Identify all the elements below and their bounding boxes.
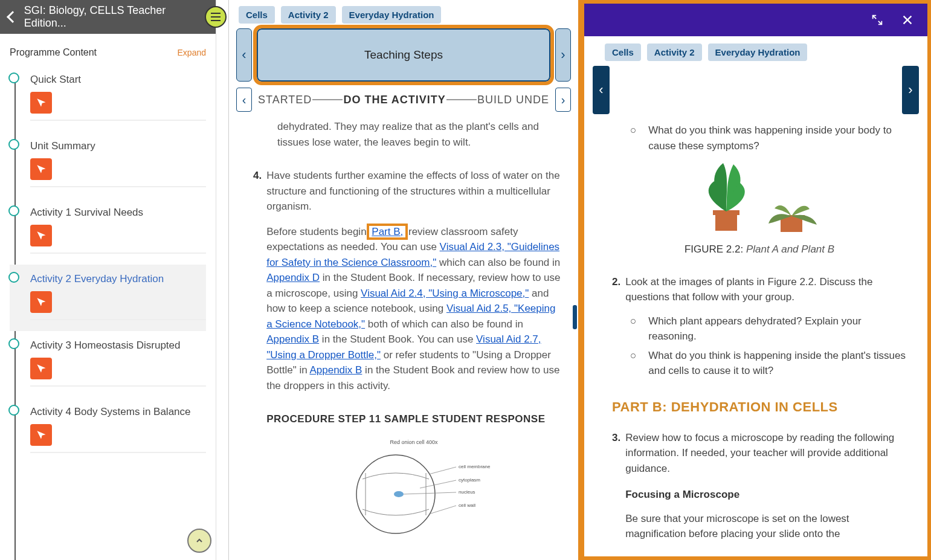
programme-row: Programme Content Expand xyxy=(0,34,216,65)
scroll-up-icon[interactable] xyxy=(187,529,211,553)
phase-row: ‹ STARTED DO THE ACTIVITY BUILD UNDE › xyxy=(229,86,578,113)
question-symptoms: What do you think was happening inside y… xyxy=(630,123,907,153)
middle-content[interactable]: dehydrated. They may realize that as the… xyxy=(229,113,578,560)
cursor-icon[interactable] xyxy=(30,158,52,180)
cursor-icon[interactable] xyxy=(30,225,52,246)
focusing-body: Be sure that your microscope is set on t… xyxy=(625,511,907,542)
teaching-steps-row: ‹ Teaching Steps › xyxy=(229,24,578,86)
cursor-icon[interactable] xyxy=(30,92,52,114)
toc-label: Activity 1 Survival Needs xyxy=(30,207,206,225)
expand-icon[interactable] xyxy=(871,13,884,27)
figure-caption: FIGURE 2.2: Plant A and Plant B xyxy=(612,242,907,257)
programme-label: Programme Content xyxy=(10,47,97,58)
phase-prev-button[interactable]: ‹ xyxy=(236,88,252,112)
svg-text:cell membrane: cell membrane xyxy=(459,464,491,469)
cell-diagram: Red onion cell 400x cell membrane cytopl… xyxy=(266,437,561,539)
svg-rect-10 xyxy=(715,213,737,231)
svg-text:cytoplasm: cytoplasm xyxy=(459,477,480,483)
svg-text:cell wall: cell wall xyxy=(459,503,475,508)
bc-hydration[interactable]: Everyday Hydration xyxy=(342,6,442,24)
toc-item-quickstart[interactable]: Quick Start xyxy=(10,65,206,132)
close-icon[interactable] xyxy=(901,13,914,27)
question-which-plant: Which plant appears dehydrated? Explain … xyxy=(630,314,907,344)
svg-text:nucleus: nucleus xyxy=(459,489,475,495)
bc-hydration[interactable]: Everyday Hydration xyxy=(708,43,808,61)
step-3-num: 3. xyxy=(612,430,620,542)
phase-started[interactable]: STARTED xyxy=(258,94,312,106)
phase-sep xyxy=(312,99,343,100)
svg-line-2 xyxy=(429,467,456,474)
diagram-caption: Red onion cell 400x xyxy=(390,439,439,445)
toc-item-activity1[interactable]: Activity 1 Survival Needs xyxy=(10,198,206,265)
hamburger-icon[interactable] xyxy=(205,6,227,28)
bc-activity2[interactable]: Activity 2 xyxy=(281,6,336,24)
appendix-b2-link[interactable]: Appendix B xyxy=(309,364,362,376)
phase-next-button[interactable]: › xyxy=(555,88,571,112)
question-inside-plant: What do you think is happening inside th… xyxy=(630,348,907,379)
toc-item-activity4[interactable]: Activity 4 Body Systems in Balance xyxy=(10,397,206,464)
svg-line-6 xyxy=(404,492,456,494)
scroll-thumb[interactable] xyxy=(573,305,577,329)
toc-item-activity3[interactable]: Activity 3 Homeostasis Disrupted xyxy=(10,331,206,397)
bc-cells[interactable]: Cells xyxy=(239,6,275,24)
step-3: 3. Review how to focus a microscope by r… xyxy=(612,430,907,542)
bc-cells[interactable]: Cells xyxy=(605,43,641,61)
toc-label: Quick Start xyxy=(30,74,206,92)
next-section-button[interactable]: › xyxy=(555,28,571,82)
right-panel: Cells Activity 2 Everyday Hydration ‹ › … xyxy=(581,0,931,560)
middle-panel: Cells Activity 2 Everyday Hydration ‹ Te… xyxy=(229,0,581,560)
toc-item-activity2[interactable]: Activity 2 Everyday Hydration xyxy=(10,265,206,331)
right-content[interactable]: What do you think was happening inside y… xyxy=(584,119,927,556)
toc-label: Unit Summary xyxy=(30,140,206,158)
sidebar: SGI: Biology, CELLS Teacher Edition... P… xyxy=(0,0,216,560)
plant-figure xyxy=(612,157,907,236)
va24-link[interactable]: Visual Aid 2.4, "Using a Microscope," xyxy=(361,288,529,299)
toc-item-unitsummary[interactable]: Unit Summary xyxy=(10,132,206,198)
book-title: SGI: Biology, CELLS Teacher Edition... xyxy=(24,4,207,30)
phase-do-activity[interactable]: DO THE ACTIVITY xyxy=(343,94,445,106)
back-icon[interactable] xyxy=(7,11,19,23)
prev-section-button[interactable]: ‹ xyxy=(236,28,252,82)
right-header xyxy=(584,4,927,36)
bc-activity2[interactable]: Activity 2 xyxy=(647,43,702,61)
cursor-icon[interactable] xyxy=(30,358,52,379)
right-nav-row: ‹ › xyxy=(584,61,927,119)
sample-response-heading: PROCEDURE STEP 11 SAMPLE STUDENT RESPONS… xyxy=(266,411,561,427)
phase-sep xyxy=(446,99,477,100)
toc-label: Activity 2 Everyday Hydration xyxy=(30,273,206,291)
toc[interactable]: Quick Start Unit Summary Activity 1 Surv… xyxy=(0,65,216,560)
sidebar-header: SGI: Biology, CELLS Teacher Edition... xyxy=(0,0,216,34)
part-b-heading: PART B: DEHYDRATION IN CELLS xyxy=(612,397,907,417)
step-4-num: 4. xyxy=(253,168,262,539)
step-2-text: Look at the images of plants in Figure 2… xyxy=(625,274,907,305)
right-prev-button[interactable]: ‹ xyxy=(593,66,610,114)
part-b-link[interactable]: Part B, xyxy=(369,226,405,237)
step-4-body: Before students begin Part B, review cla… xyxy=(266,224,561,394)
toc-label: Activity 3 Homeostasis Disrupted xyxy=(30,340,206,358)
teaching-steps-title[interactable]: Teaching Steps xyxy=(257,28,550,82)
right-breadcrumbs: Cells Activity 2 Everyday Hydration xyxy=(584,36,927,61)
right-next-button[interactable]: › xyxy=(902,66,919,114)
sidebar-scrollbar[interactable] xyxy=(216,0,229,560)
toc-label: Activity 4 Body Systems in Balance xyxy=(30,406,206,424)
focusing-heading: Focusing a Microscope xyxy=(625,487,907,503)
middle-breadcrumbs: Cells Activity 2 Everyday Hydration xyxy=(229,0,578,24)
phase-build[interactable]: BUILD UNDE xyxy=(477,94,549,106)
expand-link[interactable]: Expand xyxy=(178,48,206,57)
step-3-text: Review how to focus a microscope by read… xyxy=(625,430,907,477)
appendix-b-link[interactable]: Appendix B xyxy=(266,333,319,345)
step-2-num: 2. xyxy=(612,274,620,305)
svg-line-4 xyxy=(420,480,456,488)
svg-point-1 xyxy=(394,491,404,497)
step-4-intro: Have students further examine the effect… xyxy=(266,168,561,214)
cursor-icon[interactable] xyxy=(30,424,52,446)
appendix-d-link[interactable]: Appendix D xyxy=(266,272,320,283)
cursor-icon[interactable] xyxy=(30,291,52,313)
step-2: 2. Look at the images of plants in Figur… xyxy=(612,274,907,305)
wilt-paragraph: dehydrated. They may realize that as the… xyxy=(277,119,561,150)
